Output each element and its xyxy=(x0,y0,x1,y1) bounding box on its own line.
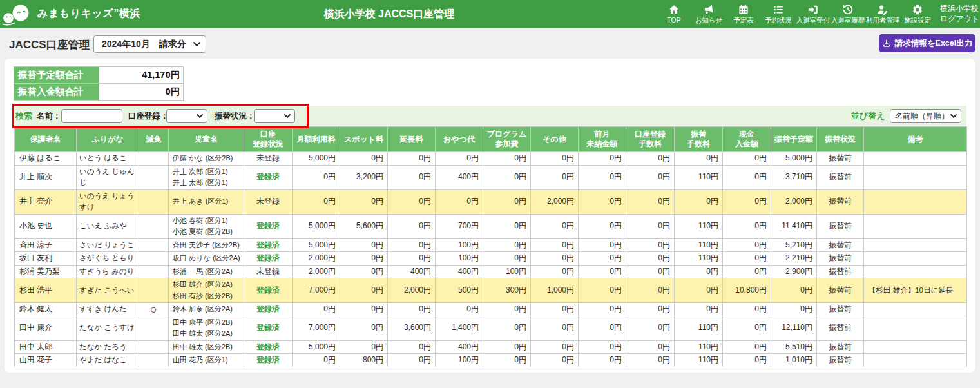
cell-cash_deposit: 0円 xyxy=(723,214,771,238)
nav-item-label: 入退室履歴 xyxy=(831,17,865,24)
nav-item-users[interactable]: 利用者管理 xyxy=(865,0,900,28)
topbar: みまもりキッズ”横浜 横浜小学校 JACCS口座管理 TOPお知らせ予定表予約状… xyxy=(0,0,980,28)
cell-remarks xyxy=(864,152,967,166)
column-header-account_status: 口座 登録状況 xyxy=(244,127,293,152)
chevron-down-icon xyxy=(284,114,291,118)
nav-item-top[interactable]: TOP xyxy=(657,0,691,28)
cell-registration_fee: 0円 xyxy=(626,265,675,278)
cell-guardian: 小池 史也 xyxy=(15,214,77,238)
login-icon xyxy=(807,4,819,15)
cell-transfer_status: 振替前 xyxy=(817,165,864,189)
cell-extension_fee: 3,600円 xyxy=(388,316,436,340)
cell-prev_unpaid: 0円 xyxy=(579,340,626,354)
search-label: 検索 xyxy=(15,109,32,123)
cell-guardian: 斉田 涼子 xyxy=(15,238,77,252)
cell-transfer_fee: 110円 xyxy=(675,252,723,266)
cell-account_status: 登録済 xyxy=(244,165,293,189)
summary-table: 振替予定額合計 41,170円 振替入金額合計 0円 xyxy=(14,66,184,101)
facility-name: 横浜小学校 xyxy=(940,3,979,14)
cell-exemption xyxy=(139,238,169,252)
cell-extension_fee: 0円 xyxy=(388,340,436,354)
nav-item-schedule[interactable]: 予定表 xyxy=(726,0,761,28)
sort-label: 並び替え xyxy=(851,109,885,123)
cell-planned_amount: 12,110円 xyxy=(771,316,817,340)
cell-transfer_status: 振替前 xyxy=(817,354,864,367)
cell-snack_fee: 100円 xyxy=(436,252,483,266)
cell-furigana: こいえ ふみや xyxy=(77,214,139,238)
column-header-children: 児童名 xyxy=(169,127,244,152)
cell-remarks xyxy=(864,214,967,238)
nav-item-label: 入退室受付 xyxy=(796,17,831,24)
excel-export-button[interactable]: 請求情報をExcel出力 xyxy=(879,34,975,52)
chevron-down-icon xyxy=(950,114,957,118)
nav-item-settings[interactable]: 施設設定 xyxy=(900,0,935,28)
billing-month-select[interactable]: 2024年10月 請求分 xyxy=(93,35,206,53)
cell-prev_unpaid: 0円 xyxy=(579,189,626,214)
cell-prev_unpaid: 0円 xyxy=(579,278,626,303)
cell-extension_fee: 0円 xyxy=(388,252,436,266)
account-block: 横浜小学校 ログアウト xyxy=(940,3,979,24)
billing-table: 保護者名ふりがな減免児童名口座 登録状況月額利用料スポット料延長料おやつ代プログ… xyxy=(14,126,967,367)
cell-exemption xyxy=(139,189,169,214)
cell-furigana: さがぐち ともり xyxy=(77,252,139,266)
cell-transfer_fee: 110円 xyxy=(675,316,723,340)
cell-children: 斉田 美沙子 (区分2B) xyxy=(169,238,244,252)
cell-cash_deposit: 0円 xyxy=(723,316,771,340)
cell-registration_fee: 0円 xyxy=(626,152,675,166)
cell-children: 山田 花乃 (区分1) xyxy=(169,354,244,367)
cell-extension_fee: 0円 xyxy=(388,165,436,189)
nav-item-news[interactable]: お知らせ xyxy=(691,0,726,28)
cell-remarks xyxy=(864,354,967,367)
column-header-spot_fee: スポット料 xyxy=(340,127,388,152)
account-registration-select[interactable] xyxy=(166,109,207,123)
cell-monthly_fee: 7,000円 xyxy=(293,316,340,340)
cell-spot_fee: 0円 xyxy=(340,238,388,252)
cell-other_fee: 0円 xyxy=(531,214,579,238)
cell-exemption xyxy=(139,316,169,340)
cell-remarks xyxy=(864,189,967,214)
table-row: 井上 亮介いのうえ りょうすけ井上 あき (区分1)未登録0円0円0円0円0円2… xyxy=(15,189,967,214)
column-header-program_fee: プログラム 参加費 xyxy=(483,127,531,152)
nav-item-history[interactable]: 入退室履歴 xyxy=(831,0,865,28)
excel-export-label: 請求情報をExcel出力 xyxy=(895,38,972,49)
name-filter-input[interactable] xyxy=(61,109,122,123)
cell-transfer_fee: 0円 xyxy=(675,265,723,278)
cell-transfer_status: 振替前 xyxy=(817,278,864,303)
cell-extension_fee: 2,000円 xyxy=(388,278,436,303)
nav-item-entry-exit[interactable]: 入退室受付 xyxy=(796,0,831,28)
logout-link[interactable]: ログアウト xyxy=(940,14,979,24)
cell-program_fee: 0円 xyxy=(483,252,531,266)
cell-spot_fee: 5,600円 xyxy=(340,214,388,238)
cell-prev_unpaid: 0円 xyxy=(579,265,626,278)
sort-select[interactable]: 名前順（昇順） xyxy=(890,109,961,123)
column-header-exemption: 減免 xyxy=(139,127,169,152)
cell-monthly_fee: 0円 xyxy=(293,189,340,214)
table-row: 坂口 友利さがぐち ともり坂口 めりな (区分2A)登録済2,000円0円0円1… xyxy=(15,252,967,266)
cell-exemption: ○ xyxy=(139,303,169,316)
cell-snack_fee: 400円 xyxy=(436,340,483,354)
cell-cash_deposit: 0円 xyxy=(723,165,771,189)
cell-planned_amount: 1,010円 xyxy=(771,354,817,367)
cell-registration_fee: 0円 xyxy=(626,354,675,367)
transfer-status-select[interactable] xyxy=(254,109,295,123)
cell-furigana: さいだ りょうこ xyxy=(77,238,139,252)
cell-remarks xyxy=(864,340,967,354)
cell-remarks xyxy=(864,238,967,252)
cell-snack_fee: 0円 xyxy=(436,189,483,214)
cell-cash_deposit: 10,800円 xyxy=(723,278,771,303)
nav-item-reservations[interactable]: 予約状況 xyxy=(761,0,796,28)
summary-row: 振替入金額合計 0円 xyxy=(14,84,184,101)
cell-program_fee: 300円 xyxy=(483,278,531,303)
transfer-filter-label: 振替状況： xyxy=(215,109,255,123)
summary-row: 振替予定額合計 41,170円 xyxy=(14,67,184,84)
cell-snack_fee: 1,400円 xyxy=(436,316,483,340)
cell-children: 田中 雄太 (区分2B) xyxy=(169,340,244,354)
summary-value: 0円 xyxy=(99,84,184,101)
cell-furigana: たなか たろう xyxy=(77,340,139,354)
table-header-row: 保護者名ふりがな減免児童名口座 登録状況月額利用料スポット料延長料おやつ代プログ… xyxy=(15,127,967,152)
cell-children: 伊藤 かな (区分2B) xyxy=(169,152,244,166)
cell-program_fee: 100円 xyxy=(483,265,531,278)
summary-label: 振替入金額合計 xyxy=(14,84,99,101)
calendar-icon xyxy=(738,4,749,15)
app-logo[interactable]: みまもりキッズ”横浜 xyxy=(2,0,140,28)
